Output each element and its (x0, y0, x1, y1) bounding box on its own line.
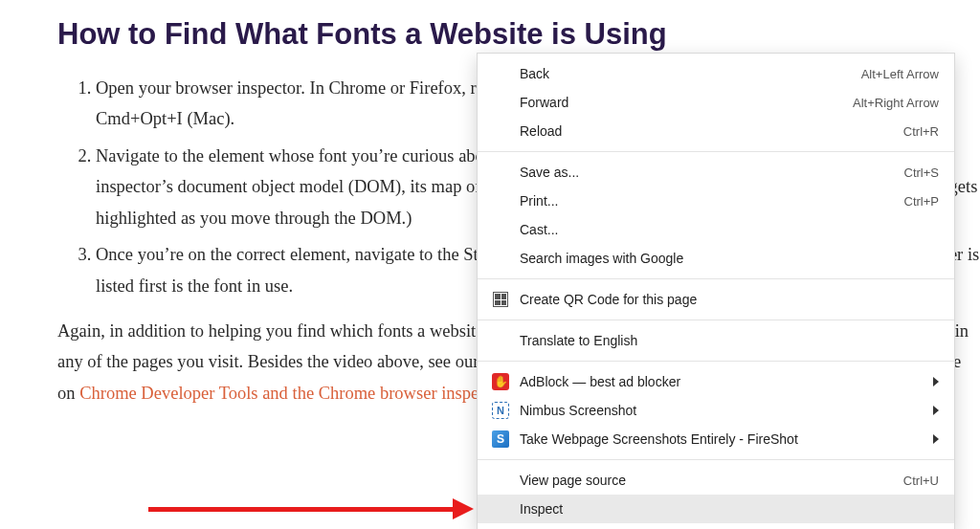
ctx-ext-fireshot[interactable]: S Take Webpage Screenshots Entirely - Fi… (478, 425, 954, 453)
ctx-forward[interactable]: Forward Alt+Right Arrow (478, 88, 954, 117)
separator (478, 151, 954, 152)
ctx-back[interactable]: Back Alt+Left Arrow (478, 59, 954, 88)
separator (478, 320, 954, 320)
separator (478, 361, 954, 362)
nimbus-icon: N (491, 401, 510, 420)
qr-icon (491, 290, 510, 309)
ctx-create-qr[interactable]: Create QR Code for this page (478, 285, 954, 314)
ctx-view-source[interactable]: View page source Ctrl+U (478, 466, 954, 495)
ctx-ext-adblock[interactable]: ✋ AdBlock — best ad blocker (478, 367, 954, 396)
adblock-icon: ✋ (491, 372, 510, 391)
chevron-right-icon (933, 406, 939, 415)
ctx-inspect[interactable]: Inspect (478, 495, 954, 523)
chevron-right-icon (933, 434, 939, 444)
separator (478, 459, 954, 460)
link-chrome-devtools[interactable]: Chrome Developer Tools and the Chrome br… (79, 384, 506, 403)
annotation-arrow (148, 506, 474, 512)
separator (478, 278, 954, 279)
ctx-print[interactable]: Print... Ctrl+P (478, 187, 954, 215)
ctx-save-as[interactable]: Save as... Ctrl+S (478, 158, 954, 187)
ctx-cast[interactable]: Cast... (478, 215, 954, 244)
fireshot-icon: S (491, 430, 510, 449)
ctx-translate[interactable]: Translate to English (478, 326, 954, 355)
ctx-ext-nimbus[interactable]: N Nimbus Screenshot (478, 396, 954, 425)
context-menu: Back Alt+Left Arrow Forward Alt+Right Ar… (477, 53, 955, 529)
ctx-reload[interactable]: Reload Ctrl+R (478, 117, 954, 145)
ctx-search-images[interactable]: Search images with Google (478, 244, 954, 273)
chevron-right-icon (933, 377, 939, 386)
page-title: How to Find What Fonts a Website is Usin… (57, 17, 980, 52)
